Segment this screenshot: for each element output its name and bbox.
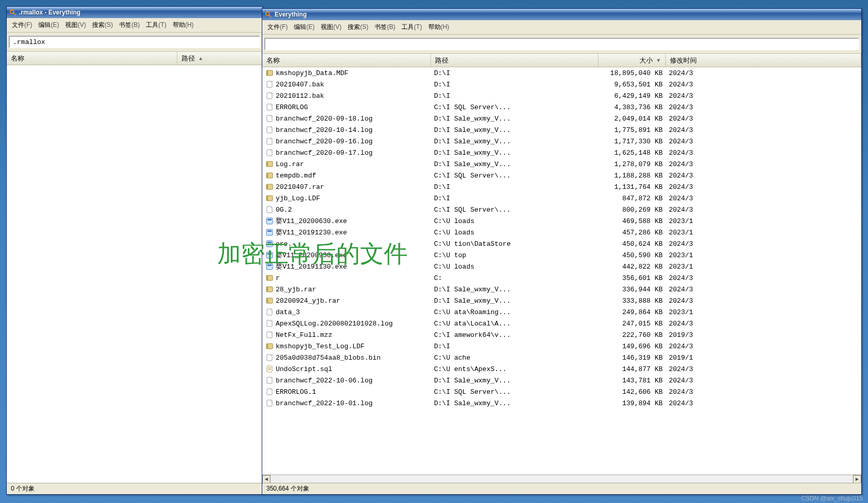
- scroll-right-icon[interactable]: ►: [853, 475, 861, 483]
- window-everything-right: Everything 文件(F)编辑(E)视图(V)搜索(S)书签(B)工具(T…: [262, 8, 862, 495]
- cell-size: 1,278,079 KB: [598, 160, 666, 168]
- table-row[interactable]: 20210112.bakD:\I6,429,149 KB2024/3: [262, 90, 861, 101]
- table-row[interactable]: branchwcf_2020-09-17.logD:\I Sale_wxmy_V…: [262, 147, 861, 158]
- cell-name: kmshopyjb_Data.MDF: [262, 69, 431, 77]
- cell-name: ApexSQLLog.20200802101028.log: [262, 319, 431, 328]
- menu-文件[interactable]: 文件(F): [9, 20, 35, 31]
- cell-date: 2024/3: [666, 138, 861, 145]
- file-name: 20210112.bak: [276, 92, 324, 100]
- table-row[interactable]: kmshopyjb_Test_Log.LDFD:\I149,696 KB2024…: [262, 341, 861, 352]
- menu-视图[interactable]: 视图(V): [62, 20, 89, 31]
- menu-文件[interactable]: 文件(F): [264, 22, 291, 33]
- menu-编辑[interactable]: 编辑(E): [35, 20, 62, 31]
- table-row[interactable]: ERRORLOG.1C:\I SQL Server\...142,606 KB2…: [262, 386, 861, 397]
- table-row[interactable]: 婴V11_20191130.exeC:\U loads442,822 KB202…: [262, 261, 861, 272]
- table-row[interactable]: 20210407.rarD:\I1,131,764 KB2024/3: [262, 181, 861, 193]
- col-size[interactable]: 大小▼: [598, 54, 666, 67]
- cell-size: 450,590 KB: [598, 252, 666, 259]
- menu-搜索[interactable]: 搜索(S): [89, 20, 116, 31]
- file-name: 20200924_yjb.rar: [276, 297, 340, 305]
- sort-asc-icon: ▲: [198, 55, 203, 61]
- menu-帮助[interactable]: 帮助(H): [425, 22, 453, 33]
- svg-rect-53: [267, 344, 268, 348]
- table-row[interactable]: ore. C:\U tion\DataStore450,624 KB2024/3: [262, 238, 861, 249]
- table-row[interactable]: 0G.2C:\I SQL Server\...800,269 KB2024/3: [262, 204, 861, 215]
- table-row[interactable]: 28_yjb.rarD:\I Sale_wxmy_V...336,944 KB2…: [262, 284, 861, 295]
- menu-帮助[interactable]: 帮助(H): [170, 20, 197, 31]
- table-row[interactable]: Log.rarD:\I Sale_wxmy_V...1,278,079 KB20…: [262, 158, 861, 170]
- table-row[interactable]: branchwcf_2020-09-18.logD:\I Sale_wxmy_V…: [262, 113, 861, 124]
- cell-name: ERRORLOG.1: [262, 388, 431, 396]
- col-date[interactable]: 修改时间: [666, 54, 861, 67]
- svg-rect-38: [266, 263, 273, 270]
- table-row[interactable]: rC:356,601 KB2024/3: [262, 272, 861, 284]
- col-path[interactable]: 路径: [431, 54, 598, 67]
- cell-date: 2024/3: [666, 126, 861, 134]
- cell-date: 2024/3: [666, 274, 861, 282]
- scroll-track[interactable]: [271, 475, 853, 483]
- scroll-left-icon[interactable]: ◄: [262, 475, 271, 483]
- file-name: branchwcf_2020-09-18.log: [276, 115, 372, 123]
- file-icon: [265, 388, 274, 396]
- table-row[interactable]: 婴V11_20191230.exeC:\U loads457,286 KB202…: [262, 227, 861, 238]
- file-icon: [265, 353, 274, 362]
- table-row[interactable]: 婴V11_20200930.exeC:\U top450,590 KB2023/…: [262, 249, 861, 261]
- table-row[interactable]: ApexSQLLog.20200802101028.logC:\U ata\Lo…: [262, 318, 861, 329]
- table-row[interactable]: branchwcf_2020-10-14.logD:\I Sale_wxmy_V…: [262, 124, 861, 136]
- results-list-left[interactable]: [7, 65, 262, 483]
- table-row[interactable]: 205a0d038d754aa8_blobs.binC:\U ache146,3…: [262, 352, 861, 363]
- cell-size: 4,383,736 KB: [598, 103, 666, 111]
- cell-name: Log.rar: [262, 160, 431, 168]
- table-row[interactable]: NetFx_Full.mzzC:\I amework64\v...222,760…: [262, 329, 861, 341]
- col-name[interactable]: 名称: [262, 54, 431, 67]
- table-row[interactable]: branchwcf_2020-09-16.logD:\I Sale_wxmy_V…: [262, 136, 861, 147]
- cell-path: D:\I Sale_wxmy_V...: [431, 115, 598, 123]
- archive-icon: [265, 297, 274, 305]
- menu-书签[interactable]: 书签(B): [371, 22, 398, 33]
- menu-编辑[interactable]: 编辑(E): [291, 22, 318, 33]
- table-row[interactable]: UndoScript.sqlC:\U ents\ApexS...144,877 …: [262, 363, 861, 375]
- table-row[interactable]: kmshopyjb_Data.MDFD:\I18,895,040 KB2024/…: [262, 67, 861, 79]
- menu-工具[interactable]: 工具(T): [398, 22, 425, 33]
- table-row[interactable]: ERRORLOGC:\I SQL Server\...4,383,736 KB2…: [262, 101, 861, 113]
- cell-name: branchwcf_2020-09-18.log: [262, 114, 431, 123]
- menubar-left: 文件(F)编辑(E)视图(V)搜索(S)书签(B)工具(T)帮助(H): [7, 18, 262, 33]
- table-row[interactable]: 20210407.bakD:\I9,653,501 KB2024/3: [262, 79, 861, 90]
- search-input[interactable]: [9, 36, 260, 48]
- cell-size: 222,760 KB: [598, 331, 666, 339]
- table-row[interactable]: branchwcf_2022-10-06.logD:\I Sale_wxmy_V…: [262, 375, 861, 386]
- results-list-right[interactable]: kmshopyjb_Data.MDFD:\I18,895,040 KB2024/…: [262, 67, 861, 475]
- menu-搜索[interactable]: 搜索(S): [345, 22, 371, 33]
- cell-date: 2024/3: [666, 115, 861, 123]
- col-path[interactable]: 路径▲: [177, 52, 262, 65]
- archive-icon: [265, 285, 274, 293]
- table-row[interactable]: tempdb.mdfC:\I SQL Server\...1,188,288 K…: [262, 170, 861, 181]
- cell-name: NetFx_Full.mzz: [262, 331, 431, 339]
- cell-date: 2024/3: [666, 81, 861, 88]
- cell-date: 2024/3: [666, 400, 861, 407]
- menu-书签[interactable]: 书签(B): [116, 20, 143, 31]
- cell-size: 469,588 KB: [598, 217, 666, 225]
- cell-name: branchwcf_2020-09-17.log: [262, 149, 431, 157]
- table-row[interactable]: yjb_Log.LDFD:\I847,872 KB2024/3: [262, 193, 861, 204]
- cell-name: r: [262, 274, 431, 282]
- col-name[interactable]: 名称: [7, 52, 177, 65]
- cell-size: 142,606 KB: [598, 388, 666, 396]
- cell-date: 2024/3: [666, 206, 861, 214]
- titlebar-right[interactable]: Everything: [262, 9, 861, 20]
- menu-工具[interactable]: 工具(T): [143, 20, 169, 31]
- hscrollbar[interactable]: ◄ ►: [262, 475, 861, 483]
- table-row[interactable]: branchwcf_2022-10-01.logD:\I Sale_wxmy_V…: [262, 397, 861, 409]
- search-input[interactable]: [264, 38, 859, 50]
- app-icon: [264, 10, 273, 19]
- table-row[interactable]: data_3C:\U ata\Roaming...249,864 KB2023/…: [262, 306, 861, 318]
- cell-path: D:\I Sale_wxmy_V...: [431, 126, 598, 134]
- table-row[interactable]: 20200924_yjb.rarD:\I Sale_wxmy_V...333,8…: [262, 295, 861, 306]
- table-row[interactable]: 婴V11_20200630.exeC:\U loads469,588 KB202…: [262, 215, 861, 227]
- file-name: 28_yjb.rar: [276, 286, 316, 293]
- titlebar-left[interactable]: .rmallox - Everything: [7, 7, 262, 18]
- cell-size: 1,775,891 KB: [598, 126, 666, 134]
- file-icon: [265, 137, 274, 145]
- cell-path: C:\U loads: [431, 229, 598, 236]
- menu-视图[interactable]: 视图(V): [318, 22, 345, 33]
